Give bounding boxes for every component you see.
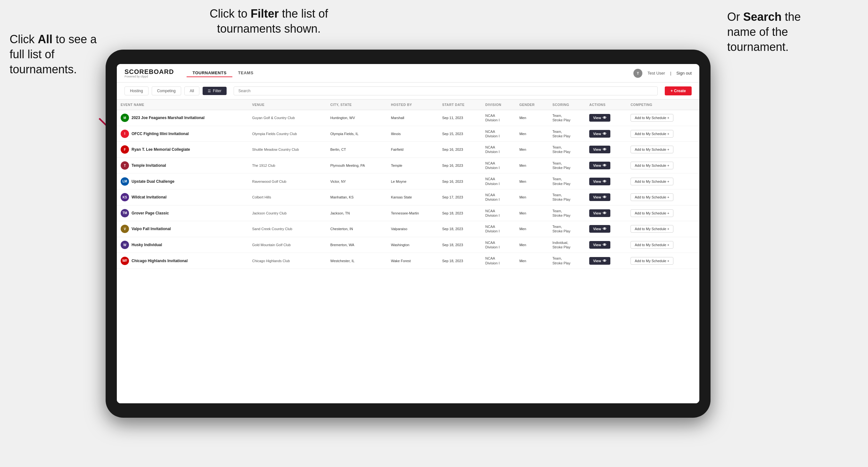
annotation-top-center: Click to Filter the list oftournaments s… (192, 6, 346, 36)
venue-cell: Jackson Country Club (248, 205, 327, 221)
competing-cell: Add to My Schedule + (627, 221, 699, 237)
nav-tab-teams[interactable]: TEAMS (232, 69, 259, 77)
gender-cell: Men (516, 157, 549, 174)
team-logo: M (121, 114, 129, 122)
view-button[interactable]: View 👁 (589, 257, 610, 265)
table-row: KS Wildcat Invitational Colbert HillsMan… (117, 189, 699, 205)
actions-cell: View 👁 (585, 142, 627, 158)
start-date-cell: Sep 18, 2023 (438, 237, 482, 253)
table-body: M 2023 Joe Feaganes Marshall Invitationa… (117, 110, 699, 269)
col-venue: VENUE (248, 99, 327, 110)
competing-cell: Add to My Schedule + (627, 157, 699, 174)
start-date-cell: Sep 18, 2023 (438, 205, 482, 221)
create-button[interactable]: + Create (665, 86, 692, 95)
add-to-schedule-button[interactable]: Add to My Schedule + (630, 241, 673, 249)
view-button[interactable]: View 👁 (589, 209, 610, 217)
view-button[interactable]: View 👁 (589, 193, 610, 201)
gender-cell: Men (516, 221, 549, 237)
add-to-schedule-button[interactable]: Add to My Schedule + (630, 162, 673, 169)
event-name-cell: WF Chicago Highlands Invitational (117, 253, 248, 269)
add-to-schedule-button[interactable]: Add to My Schedule + (630, 178, 673, 185)
gender-cell: Men (516, 142, 549, 158)
venue-cell: Ravenwood Golf Club (248, 174, 327, 189)
toolbar: Hosting Competing All ☰ Filter + Create (117, 83, 699, 99)
table-row: TM Grover Page Classic Jackson Country C… (117, 205, 699, 221)
actions-cell: View 👁 (585, 237, 627, 253)
hosting-tab[interactable]: Hosting (124, 86, 149, 95)
view-button[interactable]: View 👁 (589, 146, 610, 153)
view-button[interactable]: View 👁 (589, 241, 610, 249)
filter-label: Filter (213, 89, 221, 93)
view-button[interactable]: View 👁 (589, 130, 610, 137)
all-tab[interactable]: All (184, 86, 199, 95)
gender-cell: Men (516, 253, 549, 269)
division-cell: NCAADivision I (482, 253, 515, 269)
start-date-cell: Sep 16, 2023 (438, 157, 482, 174)
tournaments-table-container: EVENT NAME VENUE CITY, STATE HOSTED BY S… (117, 99, 699, 403)
hosted-by-cell: Fairfield (387, 142, 438, 158)
eye-icon: 👁 (603, 259, 607, 263)
hosted-by-cell: Tennessee-Martin (387, 205, 438, 221)
competing-tab[interactable]: Competing (152, 86, 181, 95)
city-state-cell: Manhattan, KS (327, 189, 387, 205)
view-button[interactable]: View 👁 (589, 178, 610, 185)
add-to-schedule-button[interactable]: Add to My Schedule + (630, 114, 673, 122)
event-name-cell: V Valpo Fall Invitational (117, 221, 248, 237)
venue-cell: Shuttle Meadow Country Club (248, 142, 327, 158)
add-to-schedule-button[interactable]: Add to My Schedule + (630, 257, 673, 265)
add-to-schedule-button[interactable]: Add to My Schedule + (630, 193, 673, 201)
app-header: SCOREBOARD Powered by clippd TOURNAMENTS… (117, 64, 699, 83)
add-to-schedule-button[interactable]: Add to My Schedule + (630, 209, 673, 217)
filter-button[interactable]: ☰ Filter (203, 87, 226, 95)
add-to-schedule-button[interactable]: Add to My Schedule + (630, 130, 673, 137)
division-cell: NCAADivision I (482, 221, 515, 237)
table-row: V Valpo Fall Invitational Sand Creek Cou… (117, 221, 699, 237)
event-name-cell: F Ryan T. Lee Memorial Collegiate (117, 142, 248, 158)
sign-out-link[interactable]: Sign out (676, 71, 692, 75)
col-hosted-by: HOSTED BY (387, 99, 438, 110)
event-name: OFCC Fighting Illini Invitational (131, 131, 189, 136)
team-logo: WF (121, 257, 129, 265)
team-logo: V (121, 225, 129, 233)
competing-cell: Add to My Schedule + (627, 253, 699, 269)
competing-cell: Add to My Schedule + (627, 189, 699, 205)
city-state-cell: Olympia Fields, IL (327, 126, 387, 142)
table-row: T Temple Invitational The 1912 ClubPlymo… (117, 157, 699, 174)
city-state-cell: Bremerton, WA (327, 237, 387, 253)
view-button[interactable]: View 👁 (589, 162, 610, 169)
actions-cell: View 👁 (585, 253, 627, 269)
scoring-cell: Individual,Stroke Play (549, 237, 585, 253)
hosted-by-cell: Illinois (387, 126, 438, 142)
search-input[interactable] (234, 86, 658, 95)
city-state-cell: Huntington, WV (327, 110, 387, 126)
header-separator: | (670, 71, 671, 75)
view-button[interactable]: View 👁 (589, 225, 610, 233)
eye-icon: 👁 (603, 116, 607, 120)
tablet-frame: SCOREBOARD Powered by clippd TOURNAMENTS… (105, 50, 711, 418)
eye-icon: 👁 (603, 147, 607, 152)
col-competing: COMPETING (627, 99, 699, 110)
scoring-cell: Team,Stroke Play (549, 110, 585, 126)
eye-icon: 👁 (603, 163, 607, 168)
eye-icon: 👁 (603, 227, 607, 231)
add-to-schedule-button[interactable]: Add to My Schedule + (630, 146, 673, 153)
team-logo: LM (121, 177, 129, 186)
view-button[interactable]: View 👁 (589, 114, 610, 122)
start-date-cell: Sep 16, 2023 (438, 142, 482, 158)
event-name: Upstate Dual Challenge (131, 179, 175, 184)
header-right: T Test User | Sign out (633, 69, 692, 78)
competing-cell: Add to My Schedule + (627, 237, 699, 253)
actions-cell: View 👁 (585, 189, 627, 205)
division-cell: NCAADivision I (482, 237, 515, 253)
nav-tab-tournaments[interactable]: TOURNAMENTS (187, 69, 232, 77)
actions-cell: View 👁 (585, 221, 627, 237)
main-nav: TOURNAMENTS TEAMS (187, 69, 259, 77)
add-to-schedule-button[interactable]: Add to My Schedule + (630, 225, 673, 233)
scoring-cell: Team,Stroke Play (549, 221, 585, 237)
division-cell: NCAADivision I (482, 110, 515, 126)
table-row: LM Upstate Dual Challenge Ravenwood Golf… (117, 174, 699, 189)
city-state-cell: Jackson, TN (327, 205, 387, 221)
col-scoring: SCORING (549, 99, 585, 110)
tablet-screen: SCOREBOARD Powered by clippd TOURNAMENTS… (117, 64, 699, 403)
venue-cell: Guyan Golf & Country Club (248, 110, 327, 126)
